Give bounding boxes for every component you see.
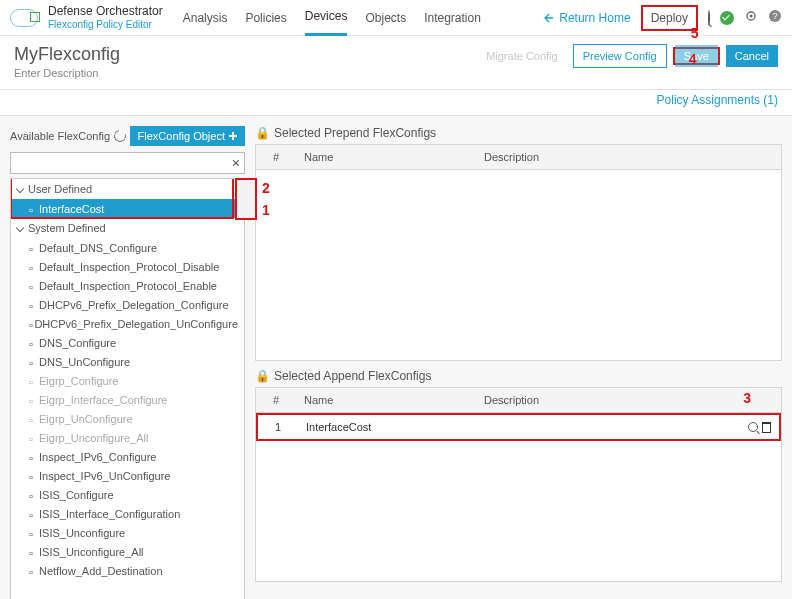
tree-item[interactable]: ▫Netflow_Add_Destination: [11, 561, 244, 580]
tree-item[interactable]: ▫Eigrp_Unconfigure_All: [11, 428, 244, 447]
document-icon: ▫: [29, 243, 39, 253]
preview-button[interactable]: Preview Config: [573, 44, 667, 68]
row-num: 1: [258, 415, 298, 439]
view-icon[interactable]: [748, 422, 758, 432]
delete-icon[interactable]: [762, 422, 771, 433]
nav-devices[interactable]: Devices: [305, 0, 348, 36]
right-pane: 🔒Selected Prepend FlexConfigs # Name Des…: [255, 126, 782, 599]
topbar: Defense Orchestrator Flexconfig Policy E…: [0, 0, 792, 36]
tree-item[interactable]: ▫DNS_Configure: [11, 333, 244, 352]
brand: Defense Orchestrator Flexconfig Policy E…: [48, 5, 163, 29]
search-box[interactable]: ×: [10, 152, 245, 174]
sidebar: Available FlexConfig FlexConfig Object ×…: [10, 126, 245, 599]
lock-icon: 🔒: [255, 369, 270, 383]
document-icon: ▫: [29, 338, 39, 348]
assignments-row: Policy Assignments (1): [0, 90, 792, 116]
callout-3: 3: [743, 390, 751, 406]
tree-item[interactable]: ▫Inspect_IPv6_UnConfigure: [11, 466, 244, 485]
callout-4: 4: [689, 51, 697, 67]
return-home-link[interactable]: Return Home: [544, 11, 631, 25]
prepend-body: [256, 170, 781, 360]
append-row-1[interactable]: 1 InterfaceCost: [256, 413, 781, 441]
document-icon: ▫: [29, 395, 39, 405]
col-num: #: [256, 388, 296, 412]
document-icon: ▫: [29, 566, 39, 576]
prepend-title: Selected Prepend FlexConfigs: [274, 126, 436, 140]
deploy-button[interactable]: Deploy: [641, 5, 698, 31]
available-label: Available FlexConfig: [10, 130, 110, 142]
group-user-defined[interactable]: User Defined: [11, 179, 244, 199]
main-area: Available FlexConfig FlexConfig Object ×…: [0, 116, 792, 599]
tree-item[interactable]: ▫Inspect_IPv6_Configure: [11, 447, 244, 466]
append-table: # Name Description 3 1 InterfaceCost: [255, 387, 782, 582]
tree-item-interfacecost[interactable]: ▫InterfaceCost: [11, 199, 244, 218]
policy-assignments-link[interactable]: Policy Assignments (1): [657, 93, 778, 107]
document-icon: ▫: [29, 433, 39, 443]
search-input[interactable]: [15, 156, 232, 170]
tree-item[interactable]: ▫Eigrp_Configure: [11, 371, 244, 390]
migrate-button: Migrate Config: [477, 45, 567, 67]
settings-gear-icon[interactable]: [744, 9, 758, 26]
document-icon: ▫: [29, 414, 39, 424]
callout-5: 5: [691, 25, 699, 41]
policy-description[interactable]: Enter Description: [14, 67, 120, 79]
cancel-button[interactable]: Cancel: [726, 45, 778, 67]
policy-title: MyFlexconfig: [14, 44, 120, 65]
cisco-cloud-logo: [10, 6, 42, 30]
nav-analysis[interactable]: Analysis: [183, 1, 228, 35]
svg-text:?: ?: [772, 11, 777, 21]
document-icon: ▫: [29, 204, 39, 214]
tree-item[interactable]: ▫Default_Inspection_Protocol_Enable: [11, 276, 244, 295]
refresh-icon[interactable]: [112, 128, 128, 144]
status-ok-icon[interactable]: [720, 11, 734, 25]
nav-policies[interactable]: Policies: [245, 1, 286, 35]
callout-2: 2: [262, 180, 270, 196]
tree-item[interactable]: ▫ISIS_Unconfigure: [11, 523, 244, 542]
chevron-down-icon: [16, 224, 24, 232]
append-arrow-box[interactable]: [235, 178, 257, 220]
search-icon[interactable]: [708, 11, 710, 25]
nav-objects[interactable]: Objects: [365, 1, 406, 35]
tree-item[interactable]: ▫Default_DNS_Configure: [11, 238, 244, 257]
col-name: Name: [296, 145, 476, 169]
brand-name: Defense Orchestrator: [48, 5, 163, 18]
callout-1: 1: [262, 202, 270, 218]
flexconfig-tree[interactable]: User Defined ▫InterfaceCost System Defin…: [10, 178, 245, 599]
document-icon: ▫: [29, 376, 39, 386]
col-num: #: [256, 145, 296, 169]
tree-item[interactable]: ▫ISIS_Interface_Configuration: [11, 504, 244, 523]
document-icon: ▫: [29, 471, 39, 481]
append-title: Selected Append FlexConfigs: [274, 369, 431, 383]
document-icon: ▫: [29, 509, 39, 519]
help-icon[interactable]: ?: [768, 9, 782, 26]
tree-item[interactable]: ▫DNS_UnConfigure: [11, 352, 244, 371]
lock-icon: 🔒: [255, 126, 270, 140]
row-desc: [478, 421, 739, 433]
return-home-label: Return Home: [559, 11, 630, 25]
document-icon: ▫: [29, 452, 39, 462]
tree-item[interactable]: ▫Default_Inspection_Protocol_Disable: [11, 257, 244, 276]
tree-item[interactable]: ▫DHCPv6_Prefix_Delegation_UnConfigure: [11, 314, 244, 333]
tree-item[interactable]: ▫DHCPv6_Prefix_Delegation_Configure: [11, 295, 244, 314]
plus-icon: [229, 132, 237, 140]
tree-item[interactable]: ▫Eigrp_UnConfigure: [11, 409, 244, 428]
document-icon: ▫: [29, 281, 39, 291]
document-icon: ▫: [29, 490, 39, 500]
clear-search-icon[interactable]: ×: [232, 155, 240, 171]
document-icon: ▫: [29, 547, 39, 557]
group-system-defined[interactable]: System Defined: [11, 218, 244, 238]
nav-integration[interactable]: Integration: [424, 1, 481, 35]
tree-item[interactable]: ▫Eigrp_Interface_Configure: [11, 390, 244, 409]
document-icon: ▫: [29, 262, 39, 272]
chevron-down-icon: [16, 185, 24, 193]
brand-sub: Flexconfig Policy Editor: [48, 19, 163, 30]
col-name: Name: [296, 388, 476, 412]
document-icon: ▫: [29, 300, 39, 310]
tree-item[interactable]: ▫ISIS_Unconfigure_All: [11, 542, 244, 561]
policy-header: MyFlexconfig Enter Description Migrate C…: [0, 36, 792, 90]
col-desc: Description: [476, 145, 741, 169]
add-flexconfig-button[interactable]: FlexConfig Object: [130, 126, 245, 146]
tree-item[interactable]: ▫ISIS_Configure: [11, 485, 244, 504]
top-nav: Analysis Policies Devices Objects Integr…: [183, 0, 782, 36]
save-highlight-box: Save 4: [673, 47, 720, 65]
